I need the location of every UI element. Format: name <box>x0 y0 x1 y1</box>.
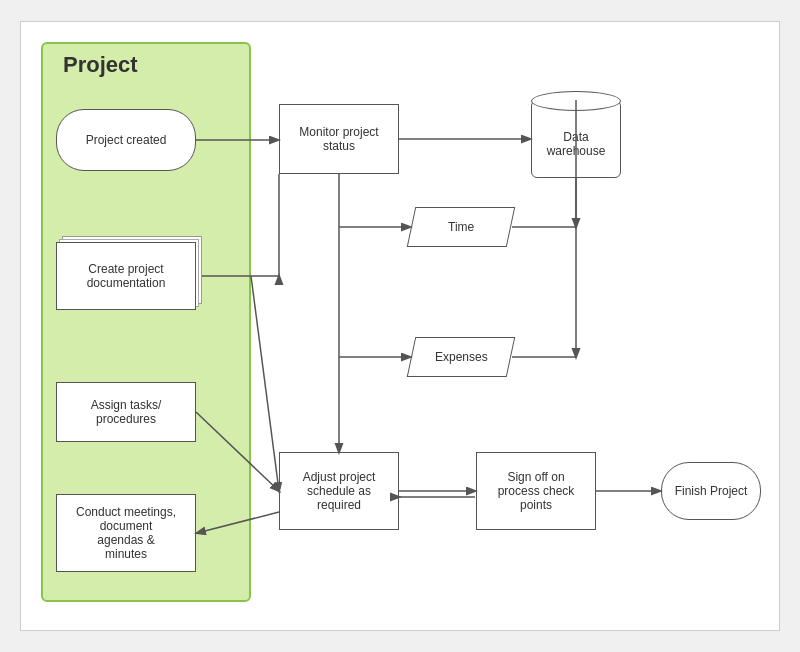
sign-off-shape: Sign off on process check points <box>476 452 596 530</box>
create-docs-shape: Create project documentation <box>56 242 196 310</box>
expenses-label: Expenses <box>435 350 488 364</box>
data-warehouse-label: Data warehouse <box>547 130 606 158</box>
adjust-schedule-shape: Adjust project schedule as required <box>279 452 399 530</box>
data-warehouse-shape: Data warehouse <box>531 100 621 178</box>
assign-tasks-shape: Assign tasks/ procedures <box>56 382 196 442</box>
project-label: Project <box>63 52 138 78</box>
finish-project-shape: Finish Project <box>661 462 761 520</box>
finish-project-label: Finish Project <box>675 484 748 498</box>
conduct-meetings-label: Conduct meetings, document agendas & min… <box>76 505 176 561</box>
project-created-shape: Project created <box>56 109 196 171</box>
assign-tasks-label: Assign tasks/ procedures <box>91 398 162 426</box>
create-docs-area: Create project documentation <box>56 242 196 310</box>
adjust-schedule-label: Adjust project schedule as required <box>303 470 376 512</box>
time-shape: Time <box>407 207 516 247</box>
create-docs-label: Create project documentation <box>87 262 166 290</box>
conduct-meetings-shape: Conduct meetings, document agendas & min… <box>56 494 196 572</box>
expenses-shape: Expenses <box>407 337 516 377</box>
svg-line-9 <box>251 276 279 491</box>
sign-off-label: Sign off on process check points <box>498 470 575 512</box>
monitor-project-shape: Monitor project status <box>279 104 399 174</box>
time-label: Time <box>448 220 474 234</box>
monitor-project-label: Monitor project status <box>299 125 378 153</box>
diagram-container: Project Project created Monitor project … <box>20 21 780 631</box>
project-created-label: Project created <box>86 133 167 147</box>
